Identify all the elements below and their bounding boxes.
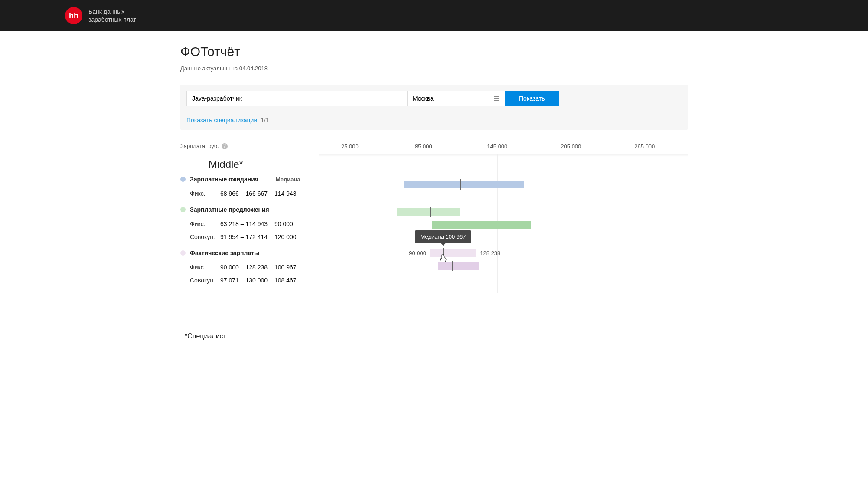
row-median: 100 967 [274,264,297,271]
brand-line2: заработных плат [88,16,136,23]
level-title: Middle* [180,158,319,171]
brand-text: Банк данных заработных плат [88,8,136,23]
footnote: *Специалист [180,332,688,340]
chart-bar-row: 90 000128 238Медиана 100 967 [319,246,688,259]
median-marker [430,207,431,217]
topbar: hh Банк данных заработных плат [0,0,868,31]
region-input[interactable] [413,95,486,102]
range-bar[interactable] [404,181,524,188]
median-column-header: Медиана [276,176,300,183]
data-freshness: Данные актуальны на 04.04.2018 [180,65,688,72]
legend-row: Фикс. 90 000 – 128 238 100 967 [180,261,319,274]
axis-tick: 265 000 [634,143,655,149]
filters-panel: Показать Показать специализации 1/1 [180,85,688,130]
chart-bar-row [319,219,688,232]
row-type: Фикс. [190,220,220,227]
axis-tick: 25 000 [341,143,359,149]
legend-row: Фикс. 63 218 – 114 943 90 000 [180,217,319,230]
chart-body: Middle* Зарплатные ожидания Медиана Фикс… [180,154,688,306]
row-range: 90 000 – 128 238 [220,264,274,271]
median-tooltip: Медиана 100 967 [415,230,471,243]
row-type: Совокуп. [190,277,220,284]
chart-bar-row [319,259,688,272]
show-button[interactable]: Показать [505,91,559,106]
range-bar[interactable] [438,262,479,270]
legend-row: Фикс. 68 966 – 166 667 114 943 [180,187,319,200]
page-title: ФОТотчёт [180,44,688,59]
date-value: 04.04.2018 [239,65,268,72]
legend-row: Совокуп. 91 954 – 172 414 120 000 [180,230,319,243]
bar-high-label: 128 238 [476,250,500,256]
row-range: 91 954 – 172 414 [220,233,274,240]
dot-icon [180,250,186,256]
role-input[interactable] [186,91,408,106]
axis-label: Зарплата, руб. [180,143,219,149]
row-type: Совокуп. [190,233,220,240]
list-icon [494,96,499,101]
show-specializations-link[interactable]: Показать специализации [186,117,257,124]
range-bar[interactable] [432,221,531,229]
row-median: 108 467 [274,277,297,284]
median-marker [452,261,453,271]
row-type: Фикс. [190,264,220,271]
section-title-expectations: Зарплатные ожидания [190,176,258,183]
dot-icon [180,207,186,212]
top-shadow [319,154,688,157]
median-marker [460,179,461,190]
chart-bar-row [319,206,688,219]
section-title-offers: Зарплатные предложения [190,206,269,213]
section-title-actual: Фактические зарплаты [190,249,259,256]
date-prefix: Данные актуальны на [180,65,239,72]
specializations-line: Показать специализации 1/1 [186,117,682,124]
median-marker [467,220,467,230]
range-bar[interactable] [397,208,460,216]
legend-row: Совокуп. 97 071 – 130 000 108 467 [180,274,319,287]
chart-bar-row [319,178,688,191]
specializations-count: 1/1 [261,117,269,124]
axis-tick: 85 000 [415,143,432,149]
row-range: 63 218 – 114 943 [220,220,274,227]
hh-logo: hh [65,7,82,24]
plot-area: 90 000128 238Медиана 100 967 [319,154,688,293]
x-axis: Зарплата, руб. ? 25 00085 000145 000205 … [180,138,688,154]
dot-icon [180,177,186,182]
range-bar[interactable] [430,249,476,257]
legend-column: Middle* Зарплатные ожидания Медиана Фикс… [180,154,319,293]
brand-line1: Банк данных [88,8,136,16]
filter-row: Показать [186,91,682,106]
region-select[interactable] [408,91,505,106]
help-icon[interactable]: ? [222,143,228,149]
row-type: Фикс. [190,190,220,197]
row-median: 120 000 [274,233,297,240]
axis-tick: 145 000 [487,143,507,149]
row-range: 97 071 – 130 000 [220,277,274,284]
bar-low-label: 90 000 [409,250,430,256]
row-range: 68 966 – 166 667 [220,190,274,197]
row-median: 90 000 [274,220,293,227]
axis-tick: 205 000 [561,143,581,149]
row-median: 114 943 [274,190,297,197]
